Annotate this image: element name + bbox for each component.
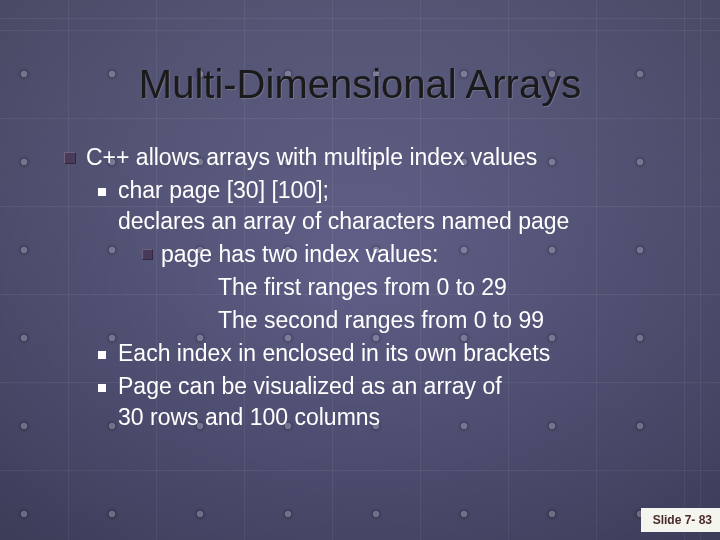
bullet-level-2: page has two index values: — [142, 239, 680, 270]
bullet-text: The first ranges from 0 to 29 — [218, 274, 507, 300]
bullet-text: The second ranges from 0 to 99 — [218, 307, 544, 333]
square-bullet-icon — [142, 249, 153, 260]
bullet-level-1: Each index in enclosed in its own bracke… — [98, 338, 680, 369]
bullet-level-3: The second ranges from 0 to 99 — [218, 305, 680, 336]
bullet-text: page has two index values: — [161, 239, 438, 270]
bullet-text: Each index in enclosed in its own bracke… — [118, 338, 550, 369]
bullet-level-1: Page can be visualized as an array of 30… — [98, 371, 680, 433]
slide-title: Multi-Dimensional Arrays — [0, 62, 720, 107]
bullet-text-block: Page can be visualized as an array of 30… — [118, 371, 502, 433]
small-square-bullet-icon — [98, 188, 106, 196]
bullet-text: Page can be visualized as an array of — [118, 371, 502, 402]
slide-number-text: Slide 7- 83 — [653, 513, 712, 527]
slide: Multi-Dimensional Arrays C++ allows arra… — [0, 0, 720, 540]
slide-body: C++ allows arrays with multiple index va… — [64, 142, 680, 435]
small-square-bullet-icon — [98, 351, 106, 359]
square-bullet-icon — [64, 152, 76, 164]
slide-number-badge: Slide 7- 83 — [641, 508, 720, 532]
bullet-level-0: C++ allows arrays with multiple index va… — [64, 142, 680, 173]
bullet-text: char page [30] [100]; — [118, 175, 569, 206]
bullet-text: 30 rows and 100 columns — [118, 402, 502, 433]
bullet-level-3: The first ranges from 0 to 29 — [218, 272, 680, 303]
bullet-text: declares an array of characters named pa… — [118, 206, 569, 237]
bullet-text-block: char page [30] [100]; declares an array … — [118, 175, 569, 237]
bullet-text: C++ allows arrays with multiple index va… — [86, 142, 537, 173]
small-square-bullet-icon — [98, 384, 106, 392]
bullet-level-1: char page [30] [100]; declares an array … — [98, 175, 680, 237]
